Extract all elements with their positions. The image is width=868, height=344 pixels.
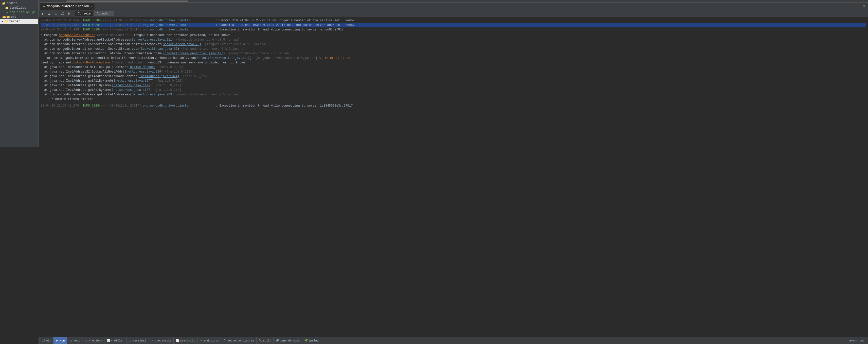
stacktrace-line-3: at com.mongodb.internal.connection.Socke… [40,47,434,51]
sidebar-item-label: target [9,20,20,23]
jar-ref: ~[na:1.8.0_212] [157,65,185,69]
yml-file-icon [5,11,9,14]
scrollbar-thumb[interactable] [66,1,188,2]
create-breakpoint-link-2[interactable]: Create breakpoint [112,61,143,64]
stacktrace-line-6: at java.net.InetAddress$2.lookupAllHostA… [40,69,434,74]
thread-id: 68284 [92,27,101,32]
console-output: 22-04-30 20:59:41.154 INFO 68284 --- [.9… [38,17,434,172]
folder-icon [5,6,9,10]
jar-ref: ~[mongodb-driver-core-4.0.5.jar:na] [176,38,240,41]
tab-label: MongodbStudyApplication [47,5,89,8]
log-address: --- [.91.94.36:27021] [101,18,143,23]
folder-open-icon: 📂 [5,15,8,19]
stack-link-4[interactable]: InternalStreamConnection.java:127 [163,52,223,55]
jar-ref: ~[mongodb-driver-core-4.0.5.jar:na] [203,42,267,46]
sidebar-item-templates[interactable]: templates [0,6,38,10]
stack-link-3[interactable]: SocketStream.java:65 [141,47,178,51]
log-level: INFO [83,23,92,27]
jar-ref: ~[mongodb-driver-core-4.0.5.jar:na] [181,47,245,51]
sidebar-item-application-yml[interactable]: application.yml [0,10,38,15]
stacktrace-line-11: at com.mongodb.ServerAddress.getSocketAd… [40,92,434,97]
stacktrace-frames-omitted: ... 5 common frames omitted [40,97,434,102]
main-panel: ▶ MongodbStudyApplication ✕ ⚙ ▼ ▲ ≡ 🖨 🗑 … [38,0,434,172]
log-address: --- [.91.94.36:27021] [101,23,143,27]
log-level: INFO [83,27,92,32]
log-line-1: 22-04-30 20:59:41.154 INFO 68284 --- [.9… [40,18,434,23]
stack-link-11[interactable]: InetAddress.java:1127 [112,88,150,92]
log-class: org.mongodb.driver.cluster [143,23,216,27]
log-message: : Exception in monitor thread while conn… [216,104,352,108]
jar-ref: ~[na:1.8.0_212] [156,79,183,83]
timestamp: 22-04-30 20:59:41.154 [40,23,83,27]
tab-bar: ▶ MongodbStudyApplication ✕ ⚙ [38,3,434,10]
scroll-up-button[interactable]: ▲ [46,11,52,17]
timestamp: 22-04-30 20:59:41.189 [40,27,83,32]
stacktrace-line-5: at java.net.Inet6AddressImpl.lookupAllHo… [40,65,434,69]
tab-mongodb-study-application[interactable]: ▶ MongodbStudyApplication ✕ [39,3,95,10]
jar-ref: ~[na:1.8.0_212] [154,88,181,92]
run-tab-icon: ▶ [42,5,46,8]
jar-ref: ~[mongodb-driver-core-4.0.5.jar:na] [253,56,317,60]
stacktrace-line-7: at java.net.InetAddress.getAddressesFrom… [40,74,434,79]
stacktrace-caused-by: Jsed by: java.net.UnknownHostException C… [40,60,434,65]
thread-id: 68284 [92,23,101,27]
log-message: : Canonical address 1e3848612e3c:27017 d… [216,23,354,27]
stack-link-12[interactable]: ServerAddress.java:203 [132,93,172,96]
sidebar-item-label: test [9,15,17,19]
sidebar-item-label: templates [10,6,26,10]
tab-close-button[interactable]: ✕ [91,5,92,8]
stack-link-1[interactable]: ServerAddress.java:211 [132,38,172,41]
folder-icon [2,2,6,5]
actuator-tab[interactable]: Actuator [94,11,114,16]
stacktrace-line-1: at com.mongodb.ServerAddress.getSocketAd… [40,37,434,42]
unknown-host-exception-link[interactable]: UnknownHostException [73,61,110,64]
sidebar-item-label: static [7,2,18,5]
log-class: org.mongodb.driver.cluster [143,18,216,23]
sidebar-item-test[interactable]: ▶ 📂 test [0,15,38,19]
internal-line-label: <1 internal line> [319,56,350,60]
clear-button[interactable]: 🗑 [66,11,72,17]
jar-ref: ~[mongodb-driver-core-4.0.5.jar:na] [176,93,240,96]
sidebar-item-static[interactable]: static [0,1,38,6]
console-tab[interactable]: Console [75,11,93,16]
stacktrace-line-10: at java.net.InetAddress.getAllByName(Ine… [40,88,434,92]
create-breakpoint-link[interactable]: Create breakpoint [97,33,128,37]
log-class: org.mongodb.driver.cluster [143,27,216,32]
thread-id: 68284 [92,104,101,108]
jar-ref: ~[mongodb-driver-core-4.0.5.jar:na] [227,52,291,55]
log-line-bottom: 22-04-30 20:59:41.276 INFO 68284 --- [84… [40,104,434,108]
stack-link-9[interactable]: InetAddress.java:1277 [114,79,152,83]
jar-ref: ~[na:1.8.0_212] [165,70,192,74]
stack-link-8[interactable]: InetAddress.java:1324 [139,75,178,78]
scroll-to-end-button[interactable]: ▼ [39,11,45,17]
stacktrace-collapsed-line: ▸ at com.mongodb.internal.connection.Def… [40,56,434,60]
folder-icon: 📁 [5,20,8,23]
print-button[interactable]: 🖨 [59,11,65,17]
stacktrace-text: at com.mongodb.internal.connection.Defau… [43,56,350,60]
thread-id: 68284 [92,18,101,23]
log-message: : Server 119.91.94.36:27021 is no longer… [216,18,354,23]
soft-wrap-button[interactable]: ≡ [53,11,59,17]
stack-link-10[interactable]: InetAddress.java:1193 [112,84,150,87]
timestamp: 22-04-30 20:59:41.276 [40,104,83,108]
stacktrace-line-4: at com.mongodb.internal.connection.Inter… [40,51,434,56]
expand-arrow-icon: ▶ [2,20,4,23]
sidebar: static templates application.yml ▶ 📂 tes… [0,0,38,147]
stack-link-6[interactable]: Native Method [130,65,154,69]
log-address: --- [}-mongo03:27017] [101,27,143,32]
exception-class-link[interactable]: MongoSocketException [59,33,95,37]
stack-link-2[interactable]: SocketStream.java:75 [163,42,199,46]
log-line-3: 22-04-30 20:59:41.189 INFO 68284 --- [}-… [40,27,434,32]
sidebar-item-target[interactable]: ▶ 📁 target [0,19,38,24]
stacktrace-line-8: at java.net.InetAddress.getAllByName0(In… [40,79,434,83]
stack-link-5[interactable]: DefaultServerMonitor.java:117 [197,56,250,60]
stacktrace-line-2: at com.mongodb.internal.connection.Socke… [40,42,434,47]
horizontal-scrollbar[interactable] [38,0,434,3]
collapse-arrow-icon[interactable]: ▸ [40,56,42,60]
timestamp: 22-04-30 20:59:41.154 [40,18,83,23]
log-level: INFO [83,104,92,108]
jar-ref: ~[na:1.8.0_212] [181,75,209,78]
stack-link-7[interactable]: InetAddress.java:929 [124,70,161,74]
console-toolbar: ▼ ▲ ≡ 🖨 🗑 Console Actuator [38,10,434,17]
log-level: INFO [83,18,92,23]
